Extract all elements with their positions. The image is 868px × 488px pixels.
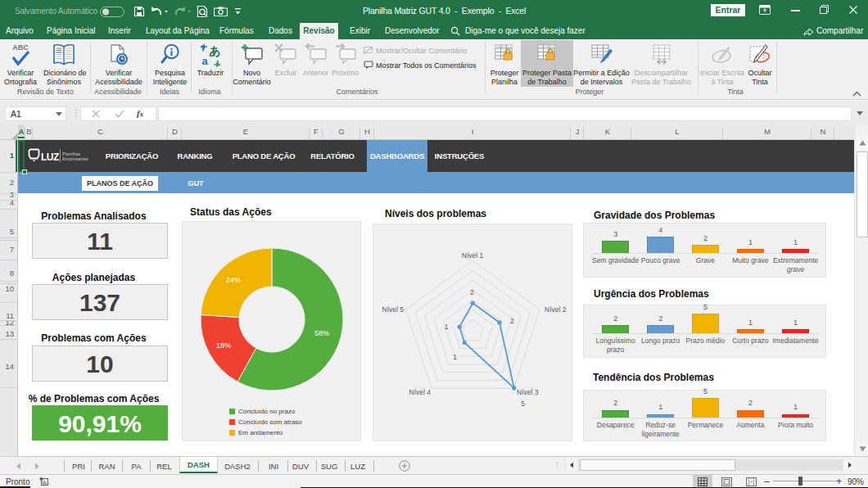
svg-text:a: a: [201, 55, 208, 67]
svg-text:58%: 58%: [314, 329, 329, 337]
svg-text:18%: 18%: [216, 341, 231, 350]
svg-text:1: 1: [445, 323, 449, 331]
svg-text:5: 5: [521, 400, 525, 408]
svg-text:2: 2: [510, 317, 514, 325]
svg-text:Nível 4: Nível 4: [409, 388, 432, 396]
svg-text:あ: あ: [209, 44, 220, 58]
svg-text:24%: 24%: [226, 276, 241, 284]
svg-text:Nível 2: Nível 2: [545, 305, 567, 314]
svg-text:Nível 1: Nível 1: [462, 251, 484, 260]
svg-text:1: 1: [453, 353, 457, 361]
svg-text:Nível 5: Nível 5: [382, 305, 405, 314]
svg-text:ABC: ABC: [12, 43, 29, 52]
svg-text:Nível 3: Nível 3: [517, 388, 539, 396]
svg-text:2: 2: [470, 288, 474, 296]
